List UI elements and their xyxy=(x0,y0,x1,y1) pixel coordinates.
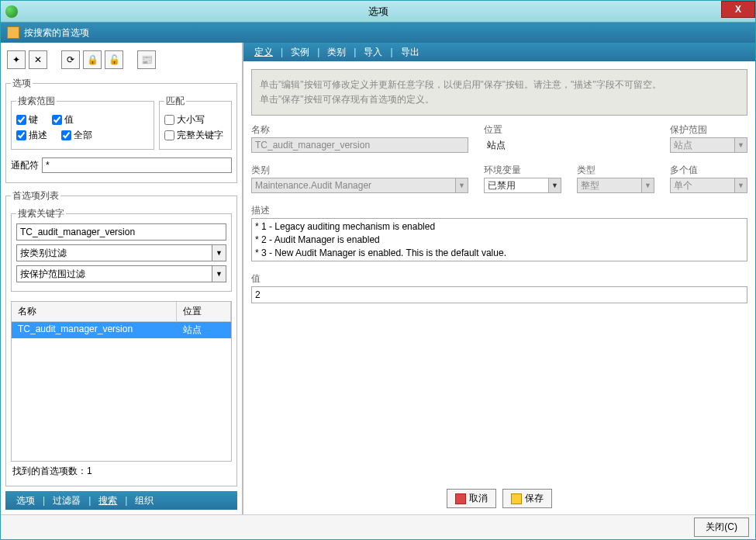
right-tabs: 定义| 实例| 类别| 导入| 导出 xyxy=(243,43,755,61)
scope-label: 保护范围 xyxy=(670,123,747,137)
filter-category-select[interactable]: 按类别过滤▼ xyxy=(16,244,226,261)
save-icon xyxy=(511,493,522,504)
search-scope-group: 搜索范围 键 值 描述 全部 xyxy=(11,95,154,150)
left-bottom-nav: 选项| 过滤器| 搜索| 组织 xyxy=(5,491,237,510)
footer: 关闭(C) xyxy=(1,514,755,539)
name-label: 名称 xyxy=(251,123,468,137)
close-button[interactable]: X xyxy=(721,1,755,18)
close-dialog-button[interactable]: 关闭(C) xyxy=(694,518,749,537)
tab-definition[interactable]: 定义 xyxy=(247,46,281,59)
scope-field: 站点▼ xyxy=(670,137,747,153)
match-group: 匹配 大小写 完整关键字 xyxy=(159,95,232,150)
tab-import[interactable]: 导入 xyxy=(356,46,390,59)
nav-org[interactable]: 组织 xyxy=(130,494,158,507)
keyword-input[interactable]: TC_audit_manager_version xyxy=(16,223,226,241)
env-label: 环境变量 xyxy=(484,164,561,177)
new-icon[interactable]: ✦ xyxy=(7,50,26,69)
col-name[interactable]: 名称 xyxy=(12,302,177,321)
report-icon[interactable]: 📰 xyxy=(137,50,156,69)
desc-label: 描述 xyxy=(251,204,747,217)
chevron-down-icon: ▼ xyxy=(641,178,654,192)
help-line2: 单击"保存"按钮可保存现有首选项的定义。 xyxy=(260,92,739,107)
nav-filters[interactable]: 过滤器 xyxy=(48,494,85,507)
scope-all-check[interactable]: 全部 xyxy=(61,129,92,142)
help-line1: 单击"编辑"按钮可修改定义并更新任意字段，以便启用"保存"按钮。请注意，"描述"… xyxy=(260,78,739,92)
val-label: 值 xyxy=(251,272,747,286)
found-count: 找到的首选项数：1 xyxy=(11,462,232,481)
cell-loc: 站点 xyxy=(177,322,231,338)
match-whole-check[interactable]: 完整关键字 xyxy=(164,129,223,142)
action-bar: 取消 保存 xyxy=(243,483,755,514)
delete-icon[interactable]: ✕ xyxy=(29,50,47,69)
cat-label: 类别 xyxy=(251,164,468,177)
name-field: TC_audit_manager_version xyxy=(251,137,468,153)
options-window: 选项 X 按搜索的首选项 ✦ ✕ ⟳ 🔒 🔓 📰 选项 搜索范围 xyxy=(0,0,756,540)
nav-search[interactable]: 搜索 xyxy=(94,494,122,507)
scope-key-check[interactable]: 键 xyxy=(16,113,38,126)
chevron-down-icon: ▼ xyxy=(548,178,561,192)
refresh-icon[interactable]: ⟳ xyxy=(61,50,80,69)
titlebar: 选项 X xyxy=(1,1,755,22)
desc-line: * 2 - Audit Manager is enabled xyxy=(255,234,744,247)
cat-field: Maintenance.Audit Manager▼ xyxy=(251,178,468,193)
match-case-check[interactable]: 大小写 xyxy=(164,113,205,126)
searchkey-legend: 搜索关键字 xyxy=(16,207,66,220)
tab-instance[interactable]: 实例 xyxy=(283,46,317,59)
wildcard-input[interactable] xyxy=(42,158,232,173)
sub-header: 按搜索的首选项 xyxy=(1,22,755,43)
window-title: 选项 xyxy=(368,5,388,19)
save-button[interactable]: 保存 xyxy=(502,489,552,508)
options-group: 选项 搜索范围 键 值 描述 全部 匹配 xyxy=(5,77,237,183)
value-input[interactable] xyxy=(251,286,747,303)
type-field: 整型▼ xyxy=(577,178,654,193)
preflist-legend: 首选项列表 xyxy=(11,189,60,202)
desc-line: * 1 - Legacy auditing mechanism is enabl… xyxy=(255,220,744,234)
lock-icon[interactable]: 🔒 xyxy=(83,50,102,69)
nav-options[interactable]: 选项 xyxy=(12,494,40,507)
options-legend: 选项 xyxy=(11,77,33,90)
type-label: 类型 xyxy=(577,164,654,177)
table-header: 名称 位置 xyxy=(12,302,231,322)
results-table: 名称 位置 TC_audit_manager_version 站点 xyxy=(11,301,232,462)
filter-scope-select[interactable]: 按保护范围过滤▼ xyxy=(16,265,226,282)
loc-label: 位置 xyxy=(484,123,639,137)
scope-legend: 搜索范围 xyxy=(16,95,57,108)
cancel-icon xyxy=(455,493,466,504)
search-key-group: 搜索关键字 TC_audit_manager_version 按类别过滤▼ 按保… xyxy=(11,207,232,292)
col-loc[interactable]: 位置 xyxy=(177,302,231,321)
chevron-down-icon: ▼ xyxy=(212,245,226,261)
desc-line: * 3 - New Audit Manager is enabled. This… xyxy=(255,247,744,260)
tab-category[interactable]: 类别 xyxy=(319,46,354,59)
multi-field: 单个▼ xyxy=(670,178,747,193)
scope-desc-check[interactable]: 描述 xyxy=(16,129,47,142)
left-panel: ✦ ✕ ⟳ 🔒 🔓 📰 选项 搜索范围 键 值 xyxy=(1,43,243,514)
chevron-down-icon: ▼ xyxy=(734,138,747,152)
desc-field[interactable]: * 1 - Legacy auditing mechanism is enabl… xyxy=(251,218,747,261)
sub-title: 按搜索的首选项 xyxy=(24,26,89,40)
pref-icon xyxy=(7,26,19,39)
tab-export[interactable]: 导出 xyxy=(393,46,427,59)
unlock-icon[interactable]: 🔓 xyxy=(105,50,123,69)
app-icon xyxy=(5,5,18,18)
match-legend: 匹配 xyxy=(164,95,186,108)
multi-label: 多个值 xyxy=(670,164,747,177)
chevron-down-icon: ▼ xyxy=(734,178,747,192)
scope-value-check[interactable]: 值 xyxy=(52,113,74,126)
cell-name: TC_audit_manager_version xyxy=(12,322,177,338)
chevron-down-icon: ▼ xyxy=(212,266,226,282)
preflist-group: 首选项列表 搜索关键字 TC_audit_manager_version 按类别… xyxy=(5,189,237,486)
help-box: 单击"编辑"按钮可修改定义并更新任意字段，以便启用"保存"按钮。请注意，"描述"… xyxy=(251,69,747,116)
chevron-down-icon: ▼ xyxy=(455,178,468,192)
cancel-button[interactable]: 取消 xyxy=(447,489,496,508)
right-panel: 定义| 实例| 类别| 导入| 导出 单击"编辑"按钮可修改定义并更新任意字段，… xyxy=(243,43,755,514)
table-row[interactable]: TC_audit_manager_version 站点 xyxy=(12,322,231,338)
loc-value: 站点 xyxy=(484,137,639,153)
form-area: 名称 TC_audit_manager_version 位置 站点 保护范围 站… xyxy=(243,123,755,303)
env-field[interactable]: 已禁用▼ xyxy=(484,178,561,193)
left-toolbar: ✦ ✕ ⟳ 🔒 🔓 📰 xyxy=(5,47,237,75)
wildcard-label: 通配符 xyxy=(11,159,39,172)
